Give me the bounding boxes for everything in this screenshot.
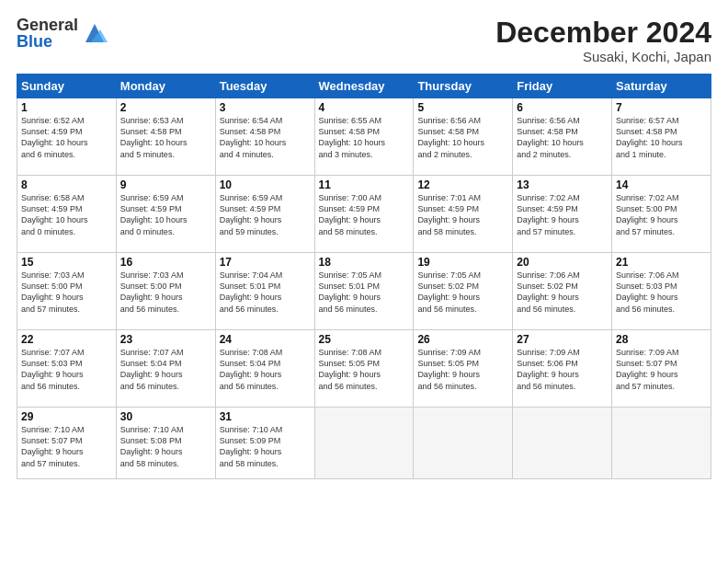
day-cell: [612, 408, 711, 479]
day-info: Sunrise: 6:56 AM Sunset: 4:58 PM Dayligh…: [517, 115, 608, 160]
week-row-5: 29Sunrise: 7:10 AM Sunset: 5:07 PM Dayli…: [17, 408, 711, 479]
day-info: Sunrise: 7:03 AM Sunset: 5:00 PM Dayligh…: [21, 270, 112, 315]
day-number: 28: [616, 333, 707, 346]
day-cell: 1Sunrise: 6:52 AM Sunset: 4:59 PM Daylig…: [17, 98, 117, 176]
logo-icon: [82, 20, 108, 46]
logo: General Blue: [17, 17, 108, 50]
header: General Blue December 2024 Susaki, Kochi…: [17, 17, 711, 64]
day-info: Sunrise: 7:02 AM Sunset: 4:59 PM Dayligh…: [517, 192, 608, 237]
week-row-2: 8Sunrise: 6:58 AM Sunset: 4:59 PM Daylig…: [17, 176, 711, 253]
day-number: 30: [120, 410, 211, 423]
day-cell: 20Sunrise: 7:06 AM Sunset: 5:02 PM Dayli…: [513, 253, 612, 330]
day-info: Sunrise: 6:59 AM Sunset: 4:59 PM Dayligh…: [120, 192, 211, 237]
day-cell: 16Sunrise: 7:03 AM Sunset: 5:00 PM Dayli…: [116, 253, 215, 330]
day-cell: 3Sunrise: 6:54 AM Sunset: 4:58 PM Daylig…: [215, 98, 314, 176]
col-friday: Friday: [513, 75, 612, 98]
day-number: 20: [517, 256, 608, 269]
day-info: Sunrise: 6:57 AM Sunset: 4:58 PM Dayligh…: [616, 115, 707, 160]
day-info: Sunrise: 7:06 AM Sunset: 5:02 PM Dayligh…: [517, 270, 608, 315]
day-cell: 6Sunrise: 6:56 AM Sunset: 4:58 PM Daylig…: [513, 98, 612, 176]
day-number: 3: [220, 101, 311, 114]
logo-general: General: [17, 17, 78, 33]
day-number: 17: [220, 256, 311, 269]
day-number: 22: [21, 333, 112, 346]
week-row-4: 22Sunrise: 7:07 AM Sunset: 5:03 PM Dayli…: [17, 330, 711, 408]
day-number: 27: [517, 333, 608, 346]
day-number: 18: [319, 256, 410, 269]
week-row-3: 15Sunrise: 7:03 AM Sunset: 5:00 PM Dayli…: [17, 253, 711, 330]
day-cell: 10Sunrise: 6:59 AM Sunset: 4:59 PM Dayli…: [215, 176, 314, 253]
day-info: Sunrise: 7:06 AM Sunset: 5:03 PM Dayligh…: [616, 270, 707, 315]
day-number: 7: [616, 101, 707, 114]
calendar-body: 1Sunrise: 6:52 AM Sunset: 4:59 PM Daylig…: [17, 98, 711, 479]
day-info: Sunrise: 7:05 AM Sunset: 5:01 PM Dayligh…: [319, 270, 410, 315]
day-info: Sunrise: 7:03 AM Sunset: 5:00 PM Dayligh…: [120, 270, 211, 315]
col-saturday: Saturday: [612, 75, 711, 98]
day-info: Sunrise: 7:08 AM Sunset: 5:04 PM Dayligh…: [220, 347, 311, 392]
day-cell: 19Sunrise: 7:05 AM Sunset: 5:02 PM Dayli…: [414, 253, 513, 330]
day-cell: 12Sunrise: 7:01 AM Sunset: 4:59 PM Dayli…: [414, 176, 513, 253]
day-info: Sunrise: 7:10 AM Sunset: 5:08 PM Dayligh…: [120, 424, 211, 469]
day-number: 1: [21, 101, 112, 114]
day-info: Sunrise: 6:54 AM Sunset: 4:58 PM Dayligh…: [220, 115, 311, 160]
day-cell: 28Sunrise: 7:09 AM Sunset: 5:07 PM Dayli…: [612, 330, 711, 408]
day-info: Sunrise: 6:58 AM Sunset: 4:59 PM Dayligh…: [21, 192, 112, 237]
day-number: 2: [120, 101, 211, 114]
day-number: 4: [319, 101, 410, 114]
day-cell: [414, 408, 513, 479]
day-cell: 2Sunrise: 6:53 AM Sunset: 4:58 PM Daylig…: [116, 98, 215, 176]
col-tuesday: Tuesday: [215, 75, 314, 98]
day-cell: 18Sunrise: 7:05 AM Sunset: 5:01 PM Dayli…: [314, 253, 414, 330]
day-cell: 15Sunrise: 7:03 AM Sunset: 5:00 PM Dayli…: [17, 253, 117, 330]
day-info: Sunrise: 7:08 AM Sunset: 5:05 PM Dayligh…: [319, 347, 410, 392]
col-wednesday: Wednesday: [314, 75, 414, 98]
day-info: Sunrise: 7:09 AM Sunset: 5:07 PM Dayligh…: [616, 347, 707, 392]
day-number: 6: [517, 101, 608, 114]
calendar-header: Sunday Monday Tuesday Wednesday Thursday…: [17, 75, 711, 98]
day-number: 25: [319, 333, 410, 346]
day-cell: 27Sunrise: 7:09 AM Sunset: 5:06 PM Dayli…: [513, 330, 612, 408]
day-info: Sunrise: 6:52 AM Sunset: 4:59 PM Dayligh…: [21, 115, 112, 160]
day-number: 13: [517, 178, 608, 191]
subtitle: Susaki, Kochi, Japan: [495, 49, 711, 64]
day-info: Sunrise: 7:10 AM Sunset: 5:07 PM Dayligh…: [21, 424, 112, 469]
day-info: Sunrise: 7:10 AM Sunset: 5:09 PM Dayligh…: [220, 424, 311, 469]
day-cell: 9Sunrise: 6:59 AM Sunset: 4:59 PM Daylig…: [116, 176, 215, 253]
day-cell: 4Sunrise: 6:55 AM Sunset: 4:58 PM Daylig…: [314, 98, 414, 176]
day-info: Sunrise: 7:07 AM Sunset: 5:03 PM Dayligh…: [21, 347, 112, 392]
day-number: 11: [319, 178, 410, 191]
col-sunday: Sunday: [17, 75, 117, 98]
day-cell: [314, 408, 414, 479]
day-info: Sunrise: 7:01 AM Sunset: 4:59 PM Dayligh…: [417, 192, 508, 237]
day-cell: [513, 408, 612, 479]
day-number: 9: [120, 178, 211, 191]
calendar-table: Sunday Monday Tuesday Wednesday Thursday…: [17, 74, 711, 479]
day-cell: 13Sunrise: 7:02 AM Sunset: 4:59 PM Dayli…: [513, 176, 612, 253]
day-info: Sunrise: 7:09 AM Sunset: 5:05 PM Dayligh…: [417, 347, 508, 392]
day-cell: 23Sunrise: 7:07 AM Sunset: 5:04 PM Dayli…: [116, 330, 215, 408]
day-number: 31: [220, 410, 311, 423]
col-thursday: Thursday: [414, 75, 513, 98]
day-cell: 5Sunrise: 6:56 AM Sunset: 4:58 PM Daylig…: [414, 98, 513, 176]
day-cell: 8Sunrise: 6:58 AM Sunset: 4:59 PM Daylig…: [17, 176, 117, 253]
day-cell: 31Sunrise: 7:10 AM Sunset: 5:09 PM Dayli…: [215, 408, 314, 479]
month-title: December 2024: [495, 17, 711, 49]
day-info: Sunrise: 6:56 AM Sunset: 4:58 PM Dayligh…: [417, 115, 508, 160]
day-info: Sunrise: 7:05 AM Sunset: 5:02 PM Dayligh…: [417, 270, 508, 315]
day-cell: 24Sunrise: 7:08 AM Sunset: 5:04 PM Dayli…: [215, 330, 314, 408]
logo-text: General Blue: [17, 17, 78, 50]
day-cell: 22Sunrise: 7:07 AM Sunset: 5:03 PM Dayli…: [17, 330, 117, 408]
day-cell: 17Sunrise: 7:04 AM Sunset: 5:01 PM Dayli…: [215, 253, 314, 330]
day-number: 8: [21, 178, 112, 191]
header-row: Sunday Monday Tuesday Wednesday Thursday…: [17, 75, 711, 98]
day-number: 29: [21, 410, 112, 423]
day-cell: 21Sunrise: 7:06 AM Sunset: 5:03 PM Dayli…: [612, 253, 711, 330]
day-number: 23: [120, 333, 211, 346]
day-info: Sunrise: 7:07 AM Sunset: 5:04 PM Dayligh…: [120, 347, 211, 392]
col-monday: Monday: [116, 75, 215, 98]
day-info: Sunrise: 6:53 AM Sunset: 4:58 PM Dayligh…: [120, 115, 211, 160]
day-number: 19: [417, 256, 508, 269]
day-number: 21: [616, 256, 707, 269]
title-block: December 2024 Susaki, Kochi, Japan: [495, 17, 711, 64]
day-number: 16: [120, 256, 211, 269]
